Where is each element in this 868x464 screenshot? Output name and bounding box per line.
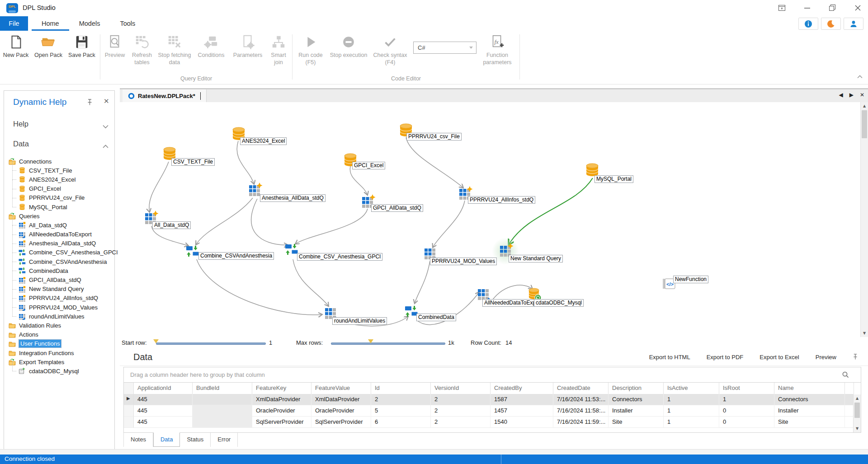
grid-cell[interactable]: 1 [719,394,774,405]
grid-cell[interactable]: 1540 [491,417,553,428]
combine-icon[interactable] [285,244,298,255]
canvas-node-label[interactable]: Combine_CSV_Anesthesia_GPCI [297,253,382,261]
tree-item[interactable]: All_Data_stdQ [4,220,114,230]
grid-vertical-scrollbar[interactable]: ▲ ▼ [853,394,861,432]
start-row-slider[interactable] [156,342,266,345]
grid-cell[interactable]: OracleProvider [311,405,371,417]
pin-icon[interactable] [87,99,93,107]
pin-icon[interactable] [853,354,858,361]
column-header[interactable]: FeatureValue [311,383,371,394]
smart-join-button[interactable]: Smart join [266,31,291,66]
grid-cell[interactable]: 0 [719,405,774,417]
grid-cell[interactable]: 6 [371,417,431,428]
canvas-node-label[interactable]: CSV_TEXT_File [171,158,215,166]
group-by-bar[interactable]: Drag a column header here to group by th… [124,367,861,383]
tree-item[interactable]: GPCI_Excel [4,184,114,193]
tab-models[interactable]: Models [69,16,110,31]
canvas-node-label[interactable]: MySQL_Portal [594,175,633,183]
close-panel-icon[interactable]: ✕ [104,97,109,105]
collapse-ribbon-icon[interactable] [857,72,863,80]
scroll-tabs-right-icon[interactable]: ▶ [849,92,854,98]
canvas-node-label[interactable]: GPCI_AllData_stdQ [371,204,423,212]
stop-fetching-data-button[interactable]: Stop fetching data [156,31,193,66]
max-rows-slider-handle[interactable] [368,339,373,343]
check-syntax-button[interactable]: Check syntax (F4) [370,31,410,66]
grid-cell[interactable] [845,417,854,428]
canvas-node-label[interactable]: CombinedData [416,314,456,321]
row-indicator[interactable] [124,405,134,417]
tab-home[interactable]: Home [32,16,69,31]
conditions-button[interactable]: Conditions [193,31,229,59]
grid-cell[interactable]: 1587 [491,394,553,405]
tab-error[interactable]: Error [211,433,238,447]
column-header[interactable]: CreatedBy [491,383,553,394]
grid-cell[interactable]: XmlDataProvider [252,394,311,405]
preview-grid-button[interactable]: Preview [816,354,836,361]
grid-cell[interactable]: 1 [664,417,719,428]
combine-icon[interactable] [186,246,199,257]
tree-item[interactable]: Validation Rules [4,321,114,330]
preview-button[interactable]: Preview [102,31,128,59]
search-icon[interactable] [842,371,849,380]
tree-item[interactable]: Connections [4,157,114,166]
grid-cell[interactable]: OracleProvider [252,405,311,417]
canvas-node-label[interactable]: Anesthesia_AllData_stdQ [260,194,326,202]
canvas-node-label[interactable]: cdataODBC_Mysql [534,299,584,307]
tree-item[interactable]: GPCI_AllData_stdQ [4,275,114,284]
tree-item[interactable]: cdataODBC_Mysql [4,366,114,375]
tree-item[interactable]: PPRRVU24_csv_File [4,193,114,202]
tree-item[interactable]: ANES2024_Excel [4,175,114,184]
grid-cell[interactable]: 1 [664,394,719,405]
column-header[interactable]: BundleId [193,383,252,394]
scroll-up-icon[interactable]: ▲ [861,102,868,110]
tab-tools[interactable]: Tools [110,16,145,31]
tree-item[interactable]: CombinedData [4,266,114,275]
column-header[interactable]: Description [609,383,664,394]
column-header[interactable]: IsActive [664,383,719,394]
export-to-excel-button[interactable]: Export to Excel [760,354,799,361]
tree-item[interactable]: roundAndLimitValues [4,312,114,321]
grid-cell[interactable]: 445 [134,405,193,417]
scrollbar-thumb[interactable] [854,403,860,418]
grid-cell[interactable] [193,405,252,417]
canvas-node-label[interactable]: ANES2024_Excel [240,137,287,145]
grid-cell[interactable]: Connectors [609,394,664,405]
theme-moon-button[interactable] [821,18,841,30]
grid-cell[interactable]: 2 [371,394,431,405]
tree-item[interactable]: New Standard Query [4,285,114,294]
canvas-node-label[interactable]: PPRRVU24_csv_File [406,133,462,141]
canvas-node-label[interactable]: NewFunction [673,276,708,283]
save-pack-button[interactable]: Save Pack [65,31,99,59]
tree-item[interactable]: PPRRVU24_AllInfos_stdQ [4,294,114,303]
grid-cell[interactable] [845,394,854,405]
open-pack-button[interactable]: Open Pack [32,31,65,59]
tree-item[interactable]: PPRRVU24_MOD_Values [4,303,114,312]
grid-cell[interactable]: 445 [134,394,193,405]
tree-item[interactable]: AllNeededDataToExport [4,230,114,239]
grid-cell[interactable]: 1 [664,405,719,417]
ribbon-display-options-icon[interactable] [775,2,788,14]
row-indicator[interactable]: ▶ [124,394,134,405]
scrollbar-thumb[interactable] [862,110,867,138]
stop-execution-button[interactable]: Stop execution [327,31,370,59]
grid-cell[interactable]: 2 [431,405,491,417]
tree-item[interactable]: Export Templates [4,357,114,366]
canvas-node-label[interactable]: New Standard Query [509,255,563,262]
run-code-button[interactable]: Run code (F5) [294,31,327,66]
canvas-vertical-scrollbar[interactable]: ▲ ▼ [860,102,868,337]
grid-cell[interactable]: 2 [431,394,491,405]
grid-cell[interactable]: 5 [371,405,431,417]
grid-cell[interactable] [193,394,252,405]
grid-cell[interactable] [193,417,252,428]
canvas-node-label[interactable]: PPRRVU24_MOD_Values [430,258,497,265]
tab-status[interactable]: Status [180,433,211,447]
refresh-tables-button[interactable]: Refresh tables [128,31,156,66]
tab-file[interactable]: File [0,16,28,31]
tree-item[interactable]: User Functions [4,339,114,348]
tree-item[interactable]: MySQL_Portal [4,202,114,211]
export-to-pdf-button[interactable]: Export to PDF [707,354,744,361]
grid-cell[interactable]: XmlDataProvider [311,394,371,405]
canvas-node-label[interactable]: GPCI_Excel [352,162,385,169]
max-rows-slider[interactable] [331,342,445,345]
column-header[interactable]: CreatedDate [553,383,609,394]
